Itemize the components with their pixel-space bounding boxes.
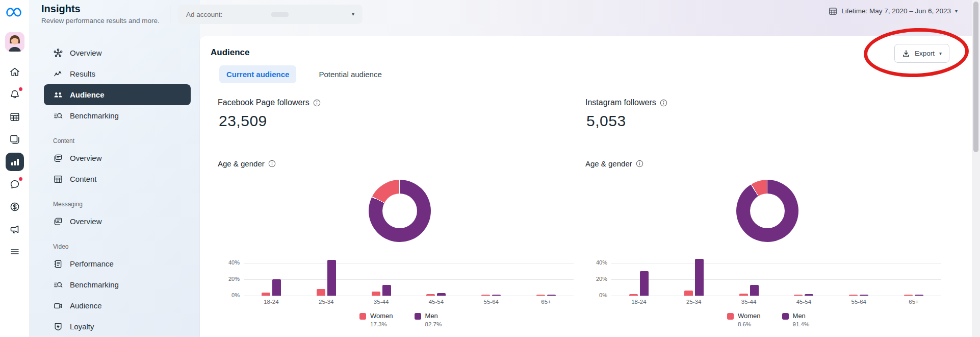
bar-women-65+[interactable] — [536, 295, 545, 296]
bar-men-45-54[interactable] — [437, 293, 446, 296]
age-gender-donut[interactable] — [369, 180, 431, 242]
bar-men-18-24[interactable] — [640, 271, 649, 296]
bar-women-45-54[interactable] — [426, 294, 435, 296]
bar-men-65+[interactable] — [547, 295, 556, 296]
bar-women-35-44[interactable] — [372, 292, 380, 296]
bar-men-18-24[interactable] — [272, 279, 281, 296]
bar-women-65+[interactable] — [904, 295, 913, 296]
audience-panel: Audience Export ▾ Current audience Poten… — [200, 36, 972, 337]
chevron-down-icon: ▾ — [939, 51, 942, 56]
ads-icon[interactable] — [8, 222, 22, 236]
notification-badge — [18, 176, 23, 182]
metric-label: Facebook Page followers — [218, 98, 310, 107]
ad-account-dropdown[interactable]: Ad account: ▾ — [178, 5, 363, 24]
meta-logo-icon[interactable] — [6, 7, 24, 18]
bar-women-45-54[interactable] — [794, 295, 803, 296]
bar-women-18-24[interactable] — [262, 293, 270, 296]
bar-men-35-44[interactable] — [750, 285, 759, 296]
info-icon[interactable] — [636, 160, 643, 167]
age-gender-donut[interactable] — [736, 180, 798, 242]
bar-men-25-34[interactable] — [327, 260, 336, 296]
rail-icons — [6, 65, 24, 259]
planner-icon[interactable] — [8, 110, 22, 124]
legend-item-men: Men82.7% — [415, 312, 442, 327]
legend-label: Women — [738, 312, 761, 320]
y-axis-tick: 0% — [220, 292, 240, 298]
notebook-icon — [53, 259, 63, 269]
legend-label: Men — [425, 312, 442, 320]
y-axis-tick: 0% — [588, 292, 607, 298]
gridline — [244, 296, 574, 296]
profile-avatar[interactable] — [5, 32, 24, 52]
bar-men-25-34[interactable] — [695, 259, 704, 296]
more-tools-icon[interactable] — [8, 245, 22, 259]
age-gender-bar-chart: 0%20%40%18-2425-3435-4445-5455-6465+ — [611, 253, 941, 296]
x-axis-label: 25-34 — [306, 299, 347, 305]
metric-value: 23,509 — [219, 112, 267, 130]
sidebar-nav: OverviewResultsAudienceBenchmarkingConte… — [44, 42, 191, 337]
info-icon[interactable] — [660, 99, 667, 107]
sidebar-section-label: Content — [44, 134, 191, 148]
sidebar-item-performance[interactable]: Performance — [44, 253, 191, 274]
scrollbar-thumb[interactable] — [973, 2, 978, 152]
x-axis-label: 35-44 — [729, 299, 769, 305]
sidebar-section-label: Messaging — [44, 198, 191, 211]
x-axis-label: 55-64 — [471, 299, 511, 305]
top-bar: Insights Review performance results and … — [29, 0, 972, 30]
bar-women-55-64[interactable] — [849, 295, 858, 296]
age-gender-bar-chart: 0%20%40%18-2425-3435-4445-5455-6465+ — [244, 253, 574, 296]
legend-label: Women — [370, 312, 393, 320]
bar-men-35-44[interactable] — [382, 285, 391, 296]
sidebar-section-label: Video — [44, 240, 191, 253]
metric-value: 5,053 — [586, 112, 626, 130]
chevron-down-icon: ▾ — [352, 12, 354, 17]
home-icon[interactable] — [8, 65, 22, 79]
bar-women-55-64[interactable] — [481, 295, 490, 296]
metric-header: Facebook Page followers — [218, 98, 321, 107]
sidebar: OverviewResultsAudienceBenchmarkingConte… — [29, 0, 200, 337]
audience-tabs: Current audience Potential audience — [219, 65, 389, 83]
tab-current-audience[interactable]: Current audience — [219, 65, 296, 83]
divider — [170, 6, 170, 23]
chart-title: Age & gender — [218, 159, 265, 168]
sidebar-item-overview[interactable]: Overview — [44, 211, 191, 232]
sidebar-item-loyalty[interactable]: Loyalty — [44, 316, 191, 337]
sidebar-item-content[interactable]: Content — [44, 168, 191, 189]
sidebar-item-benchmarking[interactable]: Benchmarking — [44, 105, 191, 126]
info-icon[interactable] — [268, 160, 276, 167]
metric-label: Instagram followers — [585, 98, 656, 107]
sidebar-item-overview[interactable]: Overview — [44, 148, 191, 168]
page-scrollbar[interactable] — [972, 0, 980, 337]
insights-icon[interactable] — [6, 153, 24, 171]
bar-men-65+[interactable] — [915, 295, 923, 296]
notifications-icon[interactable] — [8, 87, 22, 102]
benchmark-icon — [53, 280, 63, 290]
export-button[interactable]: Export ▾ — [894, 44, 949, 63]
bar-men-55-64[interactable] — [860, 295, 868, 296]
ad-account-label: Ad account: — [186, 11, 222, 18]
tab-potential-audience[interactable]: Potential audience — [312, 65, 389, 83]
x-axis-label: 65+ — [893, 299, 934, 305]
bar-women-25-34[interactable] — [317, 289, 325, 296]
sidebar-item-results[interactable]: Results — [44, 63, 191, 84]
chart-title: Age & gender — [585, 159, 632, 168]
bar-men-55-64[interactable] — [492, 295, 501, 296]
app-rail — [0, 0, 29, 337]
sidebar-item-overview[interactable]: Overview — [44, 42, 191, 63]
bar-men-45-54[interactable] — [805, 294, 813, 296]
calendar-icon — [829, 7, 837, 15]
date-range-selector[interactable]: Lifetime: May 7, 2020 – Jun 6, 2023 ▾ — [829, 7, 958, 15]
bar-women-25-34[interactable] — [684, 291, 693, 296]
sidebar-item-benchmarking[interactable]: Benchmarking — [44, 274, 191, 295]
gridline — [611, 263, 941, 263]
bar-women-18-24[interactable] — [629, 294, 638, 296]
chevron-down-icon: ▾ — [955, 9, 958, 14]
bar-women-35-44[interactable] — [739, 294, 748, 296]
monetization-icon[interactable] — [8, 200, 22, 214]
sidebar-item-audience[interactable]: Audience — [44, 84, 191, 105]
info-icon[interactable] — [313, 99, 321, 107]
inbox-icon[interactable] — [8, 177, 22, 191]
content-icon[interactable] — [8, 132, 22, 147]
sidebar-item-audience[interactable]: Audience — [44, 295, 191, 316]
x-axis-label: 35-44 — [361, 299, 402, 305]
